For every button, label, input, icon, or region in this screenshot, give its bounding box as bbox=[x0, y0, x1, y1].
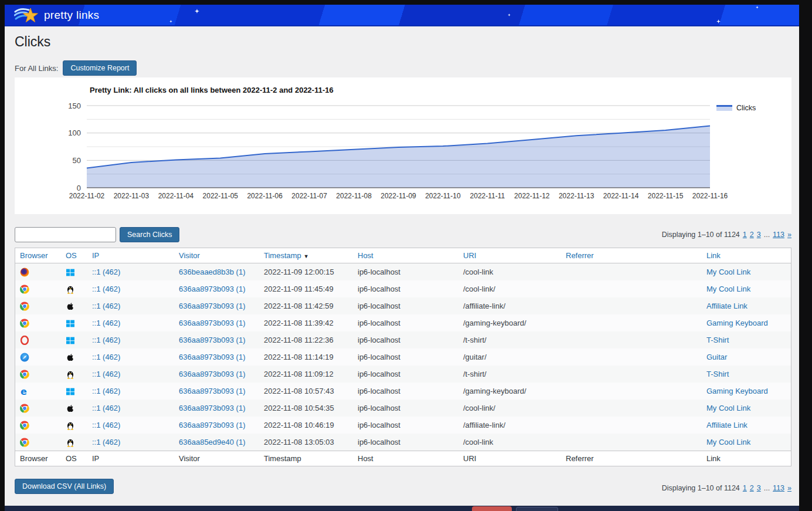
link-title-link[interactable]: Affiliate Link bbox=[706, 302, 748, 310]
sort-os[interactable]: OS bbox=[66, 251, 77, 260]
footer-col-ip: IP bbox=[87, 454, 174, 463]
ip-link[interactable]: ::1 (462) bbox=[92, 438, 120, 446]
visitor-link[interactable]: 636aa8973b093 (1) bbox=[179, 319, 246, 327]
visitor-link[interactable]: 636aa8973b093 (1) bbox=[179, 387, 246, 395]
next-page-link[interactable]: » bbox=[787, 231, 791, 239]
table-footer-row: Browser OS IP Visitor Timestamp Host URI… bbox=[15, 451, 791, 466]
svg-text:2022-11-08: 2022-11-08 bbox=[336, 192, 372, 200]
visitor-link[interactable]: 636aa8973b093 (1) bbox=[179, 353, 246, 361]
table-body: ::1 (462)636beaaed8b3b (1)2022-11-09 12:… bbox=[15, 263, 791, 451]
os-cell bbox=[61, 267, 87, 277]
sort-uri[interactable]: URI bbox=[463, 251, 476, 260]
os-cell bbox=[61, 403, 87, 413]
visitor-link[interactable]: 636aa8973b093 (1) bbox=[179, 421, 246, 429]
customize-report-button[interactable]: Customize Report bbox=[63, 60, 137, 76]
search-input[interactable] bbox=[15, 227, 116, 242]
visitor-link[interactable]: 636aa8973b093 (1) bbox=[179, 404, 246, 412]
ip-link[interactable]: ::1 (462) bbox=[92, 421, 120, 429]
chrome-icon bbox=[20, 438, 29, 447]
table-row: ::1 (462)636beaaed8b3b (1)2022-11-09 12:… bbox=[15, 263, 791, 280]
chart-title: Pretty Link: All clicks on all links bet… bbox=[90, 86, 334, 94]
pagination-count: Displaying 1–10 of 1124 bbox=[662, 231, 740, 239]
uri-cell: /t-shirt/ bbox=[458, 370, 561, 378]
sort-timestamp[interactable]: Timestamp bbox=[264, 251, 301, 260]
ip-link[interactable]: ::1 (462) bbox=[92, 353, 120, 361]
svg-text:2022-11-05: 2022-11-05 bbox=[203, 192, 239, 200]
download-csv-button[interactable]: Download CSV (All Links) bbox=[15, 479, 114, 494]
uri-cell: /t-shirt/ bbox=[458, 336, 561, 344]
page-link-3[interactable]: 3 bbox=[757, 231, 761, 239]
link-title-link[interactable]: Gaming Keyboard bbox=[706, 319, 768, 327]
sort-referrer[interactable]: Referrer bbox=[566, 251, 594, 260]
os-cell bbox=[61, 352, 87, 362]
uri-cell: /cool-link/ bbox=[458, 404, 561, 412]
link-title-link[interactable]: T-Shirt bbox=[706, 370, 729, 378]
next-page-link[interactable]: » bbox=[787, 484, 791, 492]
pagination-bottom: Displaying 1–10 of 1124 1 2 3 ... 113 » bbox=[662, 484, 791, 492]
search-clicks-button[interactable]: Search Clicks bbox=[120, 227, 179, 242]
host-cell: ip6-localhost bbox=[353, 438, 458, 446]
host-cell: ip6-localhost bbox=[353, 302, 458, 310]
ip-link[interactable]: ::1 (462) bbox=[92, 370, 120, 378]
ip-link[interactable]: ::1 (462) bbox=[92, 285, 120, 293]
table-row: ::1 (462)636aa85ed9e40 (1)2022-11-08 13:… bbox=[15, 434, 791, 451]
page-link-2[interactable]: 2 bbox=[750, 484, 754, 492]
browser-cell bbox=[15, 318, 61, 328]
chrome-icon bbox=[20, 319, 29, 328]
sort-link[interactable]: Link bbox=[706, 251, 721, 260]
visitor-link[interactable]: 636aa85ed9e40 (1) bbox=[179, 438, 246, 446]
sort-browser[interactable]: Browser bbox=[20, 251, 48, 260]
footer-col-link: Link bbox=[702, 454, 791, 463]
link-title-link[interactable]: Affiliate Link bbox=[706, 421, 748, 429]
sort-ip[interactable]: IP bbox=[92, 251, 99, 260]
page-title: Clicks bbox=[15, 34, 50, 50]
browser-cell bbox=[15, 420, 61, 430]
link-title-link[interactable]: My Cool Link bbox=[706, 404, 750, 412]
page-link-3[interactable]: 3 bbox=[757, 484, 761, 492]
page-link-1[interactable]: 1 bbox=[743, 231, 747, 239]
browser-cell bbox=[15, 352, 61, 362]
page-link-last[interactable]: 113 bbox=[773, 484, 784, 492]
link-title-link[interactable]: Guitar bbox=[706, 353, 727, 361]
windows-icon bbox=[66, 268, 75, 277]
visitor-link[interactable]: 636aa8973b093 (1) bbox=[179, 370, 246, 378]
pagination-ellipsis: ... bbox=[764, 231, 770, 239]
sort-visitor[interactable]: Visitor bbox=[179, 251, 200, 260]
windows-icon bbox=[66, 336, 75, 345]
link-title-link[interactable]: T-Shirt bbox=[706, 336, 729, 344]
visitor-link[interactable]: 636aa8973b093 (1) bbox=[179, 285, 246, 293]
table-row: ::1 (462)636aa8973b093 (1)2022-11-08 11:… bbox=[15, 331, 791, 348]
visitor-link[interactable]: 636aa8973b093 (1) bbox=[179, 336, 246, 344]
linux-icon bbox=[66, 421, 75, 430]
page-link-last[interactable]: 113 bbox=[773, 231, 784, 239]
safari-icon bbox=[20, 353, 29, 362]
visitor-link[interactable]: 636aa8973b093 (1) bbox=[179, 302, 246, 310]
uri-cell: /gaming-keyboard/ bbox=[458, 387, 561, 395]
ip-link[interactable]: ::1 (462) bbox=[92, 302, 120, 310]
windows-icon bbox=[66, 319, 75, 328]
ip-link[interactable]: ::1 (462) bbox=[92, 387, 120, 395]
os-cell bbox=[61, 335, 87, 345]
os-cell bbox=[61, 318, 87, 328]
footer-col-host: Host bbox=[353, 454, 458, 463]
sparkle-icon bbox=[169, 20, 172, 23]
link-title-link[interactable]: My Cool Link bbox=[706, 438, 750, 446]
promo-dark-button[interactable] bbox=[516, 507, 558, 511]
host-cell: ip6-localhost bbox=[353, 353, 458, 361]
link-title-link[interactable]: My Cool Link bbox=[706, 285, 750, 293]
visitor-link[interactable]: 636beaaed8b3b (1) bbox=[179, 268, 246, 276]
ip-link[interactable]: ::1 (462) bbox=[92, 319, 120, 327]
host-cell: ip6-localhost bbox=[353, 404, 458, 412]
promo-red-button[interactable] bbox=[472, 506, 512, 511]
ip-link[interactable]: ::1 (462) bbox=[92, 336, 120, 344]
timestamp-cell: 2022-11-09 12:00:15 bbox=[259, 268, 353, 276]
ip-link[interactable]: ::1 (462) bbox=[92, 404, 120, 412]
page-link-2[interactable]: 2 bbox=[750, 231, 754, 239]
link-title-link[interactable]: Gaming Keyboard bbox=[706, 387, 768, 395]
page-link-1[interactable]: 1 bbox=[743, 484, 747, 492]
svg-text:150: 150 bbox=[68, 101, 81, 110]
os-cell bbox=[61, 437, 87, 447]
sort-host[interactable]: Host bbox=[358, 251, 373, 260]
ip-link[interactable]: ::1 (462) bbox=[92, 268, 120, 276]
link-title-link[interactable]: My Cool Link bbox=[706, 268, 750, 276]
